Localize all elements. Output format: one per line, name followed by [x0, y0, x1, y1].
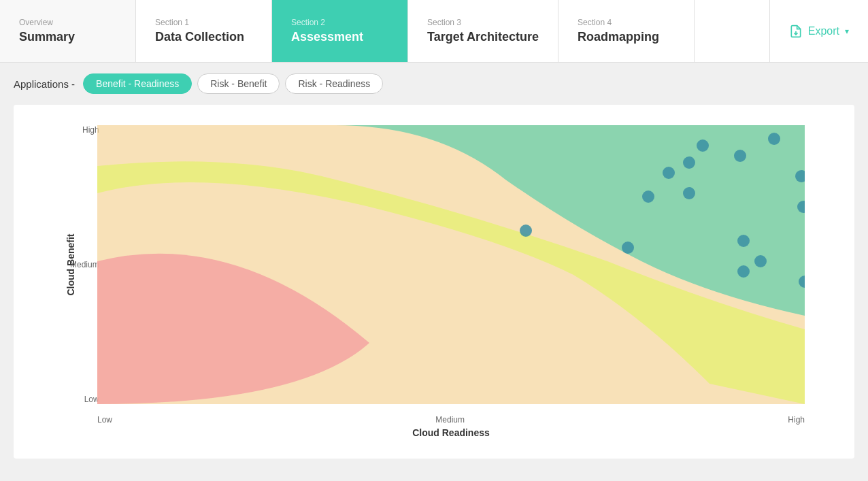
- svg-point-15: [622, 242, 634, 254]
- x-ticks: Low Medium High: [97, 411, 805, 425]
- tab-section3-section: Section 3: [427, 18, 539, 27]
- svg-point-10: [683, 187, 695, 199]
- x-tick-high: High: [788, 415, 805, 425]
- svg-point-11: [737, 235, 750, 247]
- y-tick-high: High: [82, 125, 99, 135]
- export-button[interactable]: Export ▾: [769, 0, 868, 62]
- export-icon: [789, 24, 803, 38]
- svg-point-2: [697, 139, 709, 152]
- svg-point-13: [737, 265, 750, 278]
- svg-point-14: [520, 225, 532, 237]
- tab-section2-title: Assessment: [291, 30, 388, 44]
- chart-svg: [97, 125, 805, 404]
- tab-overview-section: Overview: [19, 18, 116, 27]
- tab-section2-section: Section 2: [291, 18, 388, 27]
- export-label: Export: [808, 25, 839, 37]
- x-tick-low: Low: [97, 415, 112, 425]
- chart-area: [97, 125, 805, 404]
- chart-wrap: Cloud Benefit High Medium Low: [56, 118, 812, 445]
- sub-tab-risk-readiness[interactable]: Risk - Readiness: [285, 73, 383, 94]
- main-content: Applications - Benefit - Readiness Risk …: [0, 63, 868, 469]
- svg-point-6: [683, 156, 695, 169]
- tab-section4[interactable]: Section 4 Roadmapping: [558, 0, 695, 62]
- tab-section1[interactable]: Section 1 Data Collection: [136, 0, 272, 62]
- tab-overview[interactable]: Overview Summary: [0, 0, 136, 62]
- tab-overview-title: Summary: [19, 30, 116, 44]
- tab-section2[interactable]: Section 2 Assessment: [272, 0, 408, 62]
- x-axis-bottom: Low Medium High Cloud Readiness: [97, 411, 805, 445]
- sub-tab-benefit-readiness[interactable]: Benefit - Readiness: [83, 73, 192, 94]
- tab-section3[interactable]: Section 3 Target Architecture: [408, 0, 558, 62]
- tab-section3-title: Target Architecture: [427, 30, 539, 44]
- y-tick-medium: Medium: [70, 260, 99, 269]
- chart-container: Cloud Benefit High Medium Low: [14, 105, 854, 459]
- tab-section4-section: Section 4: [578, 18, 675, 27]
- tab-section1-title: Data Collection: [155, 30, 252, 44]
- svg-point-5: [663, 167, 675, 179]
- export-chevron-icon: ▾: [845, 27, 849, 36]
- x-axis-label: Cloud Readiness: [97, 427, 805, 438]
- svg-point-9: [642, 190, 654, 203]
- nav-tabs: Overview Summary Section 1 Data Collecti…: [0, 0, 868, 63]
- svg-point-3: [734, 150, 746, 162]
- svg-point-12: [754, 255, 767, 267]
- sub-nav-label: Applications -: [14, 78, 75, 90]
- tab-section1-section: Section 1: [155, 18, 252, 27]
- y-ticks: High Medium Low: [70, 125, 99, 404]
- sub-nav: Applications - Benefit - Readiness Risk …: [14, 73, 854, 94]
- sub-tab-risk-benefit[interactable]: Risk - Benefit: [197, 73, 280, 94]
- x-tick-medium: Medium: [435, 415, 465, 425]
- tab-section4-title: Roadmapping: [578, 30, 675, 44]
- svg-point-4: [768, 133, 780, 145]
